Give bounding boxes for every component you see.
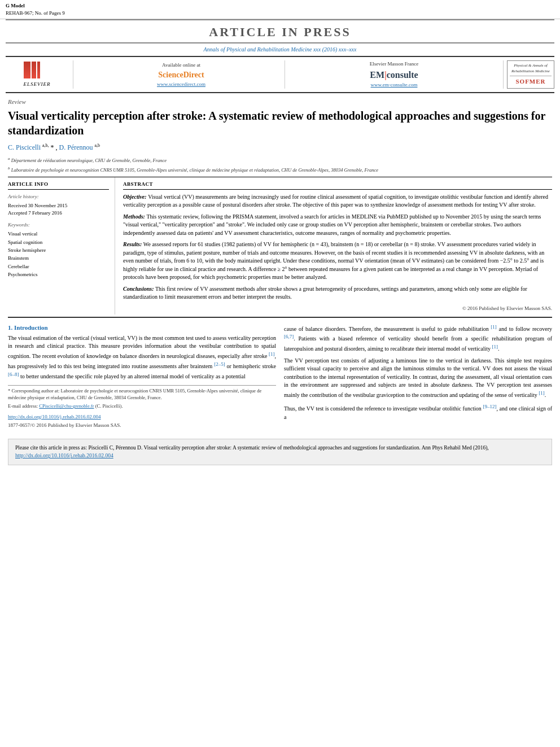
sofmer-title: Physical & Annals of Rehabilitation Medi… (510, 63, 552, 75)
abstract-objective: Objective: Visual vertical (VV) measurem… (123, 193, 552, 209)
footnote-email-line: E-mail address: CPiscicelli@chu-grenoble… (8, 403, 276, 410)
affiliations: a Département de rééducation neurologiqu… (8, 156, 552, 173)
affil-a-text: Département de rééducation neurologique,… (11, 158, 167, 163)
journal-line: Annals of Physical and Rehabilitation Me… (0, 43, 560, 56)
issn-line: 1877-0657/© 2016 Published by Elsevier M… (8, 422, 276, 429)
em-prefix: EM (370, 70, 384, 80)
article-in-press-banner: ARTICLE IN PRESS (6, 19, 554, 43)
keywords-section: Keywords: Visual vertical Spatial cognit… (8, 221, 109, 279)
ref-1: [1] (269, 351, 275, 357)
section1-title: 1. Introduction (8, 324, 276, 332)
footnote-email[interactable]: CPiscicelli@chu-grenoble.fr (39, 403, 94, 409)
authors-line: C. Piscicelli a,b, * , D. Pérennou a,b (8, 142, 552, 152)
keyword-brainstem: Brainstem (8, 254, 109, 262)
keyword-stroke-hemisphere: Stroke hemisphere (8, 246, 109, 254)
elsevier-logo: ELSEVIER (24, 62, 51, 88)
ref-2-5: [2–5] (214, 361, 225, 367)
keyword-psychometrics: Psychometrics (8, 270, 109, 278)
abstract-conclusions-text: This first review of VV assessment metho… (123, 286, 527, 300)
keyword-visual-vertical: Visual vertical (8, 230, 109, 238)
abstract-conclusions: Conclusions: This first review of VV ass… (123, 285, 552, 302)
article-info-abstract-cols: ARTICLE INFO Article history: Received 3… (8, 177, 552, 314)
keyword-spatial-cognition: Spatial cognition (8, 238, 109, 246)
sofmer-logo-area: Physical & Annals of Rehabilitation Medi… (504, 60, 554, 89)
article-main-title: Visual verticality perception after stro… (8, 108, 552, 138)
body-two-col: 1. Introduction The visual estimation of… (8, 324, 552, 429)
abstract-results: Results: We assessed reports for 61 stud… (123, 241, 552, 282)
abstract-conclusions-label: Conclusions: (123, 286, 155, 292)
stripe-2 (32, 62, 36, 78)
logo-stripe (24, 62, 51, 78)
sofmer-box: Physical & Annals of Rehabilitation Medi… (507, 60, 554, 89)
em-consulte-brand: EM|consulte (370, 69, 418, 81)
elsevier-masson-label: Elsevier Masson France (370, 60, 418, 68)
abstract-methods: Methods: This systematic review, followi… (123, 213, 552, 238)
keywords-label: Keywords: (8, 221, 109, 229)
citation-link[interactable]: http://dx.doi.org/10.1016/j.rehab.2016.0… (15, 453, 113, 458)
body-left-para1: The visual estimation of the vertical (v… (8, 334, 276, 381)
author-perennou: D. Pérennou (59, 143, 93, 151)
stripe-3 (37, 62, 40, 78)
affil-a: a Département de rééducation neurologiqu… (8, 156, 552, 164)
author-perennou-sup: a,b (95, 143, 100, 148)
copyright-line: © 2016 Published by Elsevier Masson SAS. (123, 305, 552, 312)
sciencedirect-info: Available online at ScienceDirect www.sc… (78, 60, 285, 89)
top-banner: G Model REHAB-967; No. of Pages 9 (0, 0, 560, 19)
received-date: Received 30 November 2015 (8, 202, 109, 209)
ref-1c: [1] (492, 344, 498, 350)
asterisk: * (51, 143, 54, 151)
abstract-objective-label: Objective: (123, 194, 148, 200)
footnote-corresponding: * Corresponding author at: Laboratoire d… (8, 388, 276, 401)
header-logos: ELSEVIER Available online at ScienceDire… (6, 56, 554, 93)
abstract-results-text: We assessed reports for 61 studies (1982… (123, 241, 544, 280)
ref-1b: [1] (491, 324, 497, 330)
body-right-para1: cause of balance disorders. Therefore, t… (284, 324, 552, 353)
footnote-email-label: E-mail address: (8, 403, 38, 409)
page-wrapper: G Model REHAB-967; No. of Pages 9 ARTICL… (0, 0, 560, 465)
abstract-col: ABSTRACT Objective: Visual vertical (VV)… (123, 177, 552, 314)
ref-6-8: [6–8] (8, 372, 19, 377)
author-piscicelli-sup: a,b, (42, 143, 49, 148)
sciencedirect-name[interactable]: ScienceDirect (158, 69, 204, 81)
abstract-methods-text: This systematic review, following the PR… (123, 213, 541, 236)
footnote-area: * Corresponding author at: Laboratoire d… (8, 385, 276, 429)
sciencedirect-url[interactable]: www.sciencedirect.com (157, 81, 205, 88)
em-consulte-info: Elsevier Masson France EM|consulte www.e… (285, 60, 504, 89)
elsevier-logo-area: ELSEVIER (6, 60, 73, 89)
body-right-para3: Thus, the VV test is considered the refe… (284, 403, 552, 421)
citation-text: Piscicelli C, Pérennou D. Visual vertica… (89, 445, 489, 451)
article-info-header: ARTICLE INFO (8, 181, 109, 190)
citation-label: Please cite this article in press as: (15, 445, 87, 451)
ref-9-12: [9–12] (483, 404, 496, 409)
body-right-para2: The VV perception test consists of adjus… (284, 357, 552, 400)
doi-link[interactable]: http://dx.doi.org/10.1016/j.rehab.2016.0… (8, 414, 101, 420)
abstract-header: ABSTRACT (123, 181, 552, 190)
g-model-label: G Model REHAB-967; No. of Pages 9 (6, 2, 65, 16)
consulte-text: consulte (387, 70, 418, 80)
review-label: Review (8, 98, 552, 106)
abstract-results-label: Results: (123, 241, 143, 247)
body-right-col: cause of balance disorders. Therefore, t… (284, 324, 552, 429)
available-online: Available online at (162, 62, 200, 69)
abstract-methods-label: Methods: (123, 213, 146, 220)
section-divider-thick (8, 317, 552, 318)
affil-b-text: Laboratoire de psychologie et neurocogni… (11, 167, 378, 173)
stripe-1 (24, 62, 30, 78)
main-content: Review Visual verticality perception aft… (0, 93, 560, 433)
article-info-col: ARTICLE INFO Article history: Received 3… (8, 177, 115, 314)
ref-1d: [1] (539, 390, 545, 396)
keyword-cerebellar: Cerebellar (8, 263, 109, 270)
affil-b: b Laboratoire de psychologie et neurocog… (8, 165, 552, 174)
doi-line: http://dx.doi.org/10.1016/j.rehab.2016.0… (8, 413, 276, 421)
body-left-col: 1. Introduction The visual estimation of… (8, 324, 276, 429)
sofmer-logo-text: SOFMER (510, 77, 552, 86)
accepted-date: Accepted 7 February 2016 (8, 209, 109, 217)
author-piscicelli: C. Piscicelli (8, 143, 41, 151)
abstract-objective-text: Visual vertical (VV) measurements are be… (123, 194, 548, 208)
elsevier-text: ELSEVIER (24, 81, 51, 88)
ref-6-7: [6,7] (284, 334, 294, 339)
em-url[interactable]: www.em-consulte.com (371, 81, 418, 89)
citation-box: Please cite this article in press as: Pi… (8, 439, 552, 465)
article-history-label: Article history: (8, 193, 109, 200)
footnote-author-name: (C. Piscicelli). (95, 403, 123, 409)
